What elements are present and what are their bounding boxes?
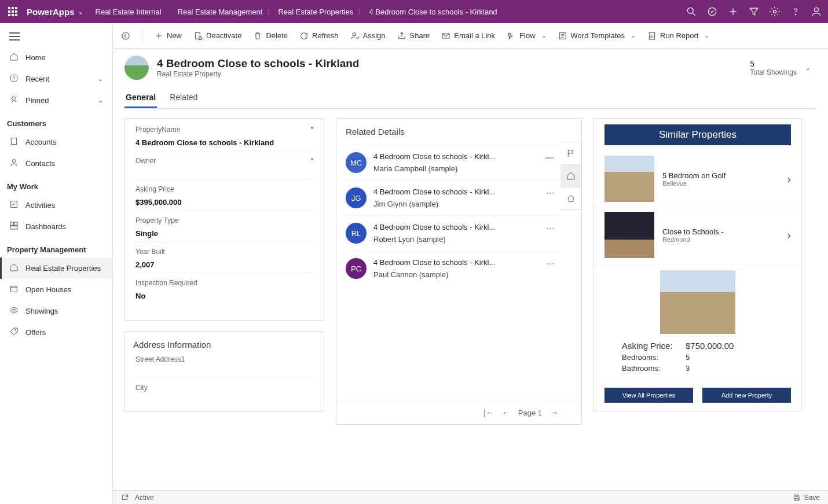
related-subtitle: Maria Campbell (sample): [373, 161, 539, 173]
related-item[interactable]: RL4 Bedroom Close to schools - Kirkl...R…: [343, 215, 558, 251]
related-card: Related Details ⋯ MC4 Bedroom Close to s…: [336, 118, 582, 425]
svg-rect-33: [122, 495, 127, 499]
form-tabs: General Related: [124, 88, 816, 109]
svg-rect-18: [14, 222, 17, 225]
sidebar-item-showings[interactable]: Showings: [0, 300, 112, 322]
user-icon[interactable]: [811, 6, 822, 17]
field-inspection[interactable]: Inspection Required No: [135, 279, 313, 304]
environment-name[interactable]: Real Estate Internal: [96, 8, 162, 16]
filter-icon[interactable]: [748, 6, 760, 17]
avatar: RL: [346, 223, 367, 244]
field-propertytype[interactable]: Property Type Single: [135, 216, 313, 242]
chevron-down-icon: ⌄: [98, 75, 103, 83]
gear-icon[interactable]: [769, 6, 781, 17]
chevron-right-icon: ›: [787, 229, 791, 242]
sidebar-item-accounts[interactable]: Accounts: [0, 131, 112, 153]
svg-point-0: [687, 8, 693, 13]
similar-item[interactable]: Close to Schools - Redmond ›: [594, 208, 801, 264]
record-image[interactable]: [124, 56, 149, 80]
address-card: Address Information Street Address1 City: [124, 331, 324, 412]
related-subtitle: Paul Cannon (sample): [373, 267, 539, 279]
share-button[interactable]: Share: [397, 31, 430, 41]
field-askingprice[interactable]: Asking Price $395,000.000: [135, 185, 313, 211]
sidebar-item-label: Showings: [25, 307, 58, 315]
save-button[interactable]: Save: [793, 494, 820, 502]
sidebar-item-activities[interactable]: Activities: [0, 194, 112, 216]
more-icon[interactable]: ⋯: [546, 187, 556, 208]
svg-point-5: [774, 10, 776, 13]
sidebar-item-home[interactable]: Home: [0, 47, 112, 68]
form-header: 4 Bedroom Close to schools - Kirkland Re…: [124, 56, 816, 84]
tab-general[interactable]: General: [124, 88, 157, 108]
flow-button[interactable]: Flow: [507, 31, 546, 41]
search-icon[interactable]: [686, 6, 697, 17]
sidebar-item-offers[interactable]: Offers: [0, 322, 112, 343]
related-tab-property[interactable]: [560, 164, 581, 187]
back-button[interactable]: [121, 31, 130, 41]
tab-related[interactable]: Related: [168, 88, 199, 108]
related-title-text: 4 Bedroom Close to schools - Kirkl...: [373, 223, 539, 231]
breadcrumb-item[interactable]: Real Estate Properties: [278, 8, 353, 16]
add-new-button[interactable]: Add new Property: [702, 388, 791, 403]
sidebar-group-mywork: My Work: [0, 174, 112, 194]
header-metric: 5 Total Showings: [750, 59, 797, 76]
field-owner[interactable]: Owner*: [135, 157, 313, 179]
refresh-button[interactable]: Refresh: [299, 31, 339, 41]
sidebar-item-pinned[interactable]: Pinned ⌄: [0, 90, 112, 111]
sidebar-item-openhouses[interactable]: Open Houses: [0, 279, 112, 300]
svg-point-24: [122, 32, 129, 39]
more-icon[interactable]: ⋯: [546, 152, 556, 173]
sidebar-item-label: Activities: [25, 201, 55, 209]
task-icon[interactable]: [706, 6, 718, 17]
deactivate-button[interactable]: Deactivate: [193, 31, 241, 41]
related-tab-flag[interactable]: [560, 142, 581, 165]
field-city[interactable]: City: [135, 384, 313, 395]
sidebar-item-dashboards[interactable]: Dashboards: [0, 216, 112, 237]
more-icon[interactable]: ⋯: [546, 258, 556, 279]
svg-rect-12: [11, 138, 16, 145]
prev-page-icon[interactable]: ←: [502, 408, 510, 417]
section-title: Address Information: [125, 332, 324, 353]
new-button[interactable]: New: [154, 31, 182, 41]
sidebar-item-label: Dashboards: [25, 222, 66, 231]
sidebar-group-property: Property Management: [0, 237, 112, 257]
breadcrumb-item[interactable]: Real Estate Management: [178, 8, 263, 16]
sidebar-item-contacts[interactable]: Contacts: [0, 153, 112, 174]
field-propertyname[interactable]: PropertyName* 4 Bedroom Close to schools…: [135, 126, 313, 151]
related-item[interactable]: PC4 Bedroom Close to schools - Kirkl...P…: [343, 251, 558, 286]
help-icon[interactable]: [790, 6, 801, 17]
sidebar-item-recent[interactable]: Recent ⌄: [0, 68, 112, 90]
chevron-down-icon[interactable]: ⌄: [805, 64, 811, 72]
svg-point-28: [199, 36, 201, 39]
add-icon[interactable]: [727, 6, 739, 17]
next-page-icon[interactable]: →: [550, 408, 558, 417]
sidebar-item-properties[interactable]: Real Estate Properties: [0, 257, 112, 279]
brand-switcher[interactable]: PowerApps ⌄: [27, 7, 83, 17]
sidebar-item-label: Accounts: [25, 138, 56, 146]
related-item[interactable]: JG4 Bedroom Close to schools - Kirkl...J…: [343, 180, 558, 215]
breadcrumb-item[interactable]: 4 Bedroom Close to schools - Kirkland: [369, 8, 497, 16]
related-tab-home[interactable]: [560, 187, 581, 210]
related-item[interactable]: MC4 Bedroom Close to schools - Kirkl...M…: [343, 145, 558, 180]
waffle-icon[interactable]: [6, 5, 20, 19]
field-street[interactable]: Street Address1: [135, 355, 313, 378]
email-link-button[interactable]: Email a Link: [441, 31, 495, 41]
svg-point-23: [15, 329, 16, 330]
fields-card: PropertyName* 4 Bedroom Close to schools…: [124, 118, 324, 321]
field-yearbuilt[interactable]: Year Built 2,007: [135, 248, 313, 273]
assign-button[interactable]: Assign: [350, 31, 386, 41]
svg-point-6: [795, 14, 796, 14]
delete-button[interactable]: Delete: [253, 31, 288, 41]
more-icon[interactable]: ⋯: [546, 223, 556, 244]
first-page-icon[interactable]: |←: [483, 408, 494, 417]
similar-item[interactable]: 5 Bedroom on Golf Bellevue ›: [594, 152, 801, 208]
property-thumbnail: [604, 212, 654, 258]
hamburger-icon[interactable]: [0, 28, 112, 47]
run-report-button[interactable]: Run Report: [647, 31, 709, 41]
svg-point-15: [12, 160, 15, 163]
word-templates-button[interactable]: Word Templates: [558, 31, 636, 41]
clock-icon: [9, 73, 19, 84]
avatar: MC: [346, 152, 367, 173]
view-all-button[interactable]: View All Properties: [604, 388, 693, 403]
popout-icon[interactable]: [121, 494, 129, 502]
